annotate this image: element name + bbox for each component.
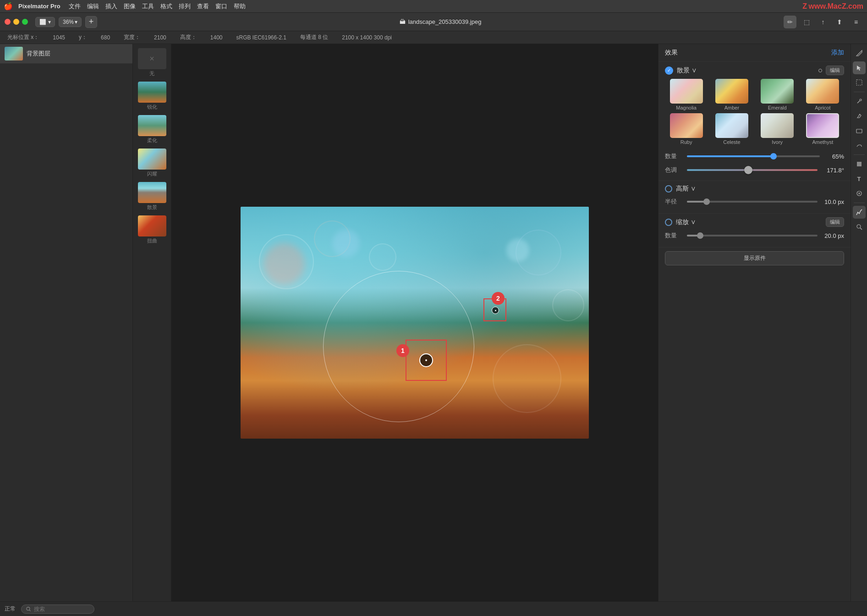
bokeh-amount-thumb[interactable] [770,153,777,160]
search-bar[interactable] [21,605,94,614]
bokeh-preset-ruby[interactable]: Ruby [665,113,708,145]
zoom-amount-slider[interactable] [687,235,818,236]
bokeh-preset-ivory[interactable]: Ivory [756,113,799,145]
preset-distort[interactable]: 扭曲 [137,214,168,246]
bokeh-tone-row: 色调 171.8° [665,163,844,177]
preset-bokeh[interactable]: 散景 [137,181,168,212]
menu-format[interactable]: 格式 [160,2,172,11]
zoom-edit-button[interactable]: 编辑 [826,217,844,227]
main-area: 背景图层 × 无 锐化 柔化 闪耀 散景 [0,44,867,601]
document-title: 🏔 landscape_205330039.jpeg [101,18,780,25]
menu-tools[interactable]: 工具 [142,2,154,11]
sidebar-toggle-button[interactable]: ⬜ ▾ [35,17,55,27]
filename-label: landscape_205330039.jpeg [408,18,482,25]
bokeh-tone-slider[interactable] [687,169,818,171]
paint-tool[interactable] [853,110,866,122]
bokeh-preset-amethyst[interactable]: Amethyst [801,113,844,145]
amber-label: Amber [724,105,739,110]
marquee-tool[interactable] [853,76,866,89]
bokeh-tone-thumb[interactable] [744,166,752,174]
pen-tool[interactable] [853,47,866,60]
bokeh-preset-celeste[interactable]: Celeste [710,113,753,145]
zoom-amount-track [687,235,818,236]
bokeh-preset-amber[interactable]: Amber [710,79,753,110]
gradient-tool[interactable] [853,187,866,200]
menu-window[interactable]: 窗口 [215,2,227,11]
canvas-area[interactable]: 1 2 [171,44,658,601]
erase-tool[interactable] [853,124,866,137]
bokeh-preset-emerald[interactable]: Emerald [756,79,799,110]
handle-2-dot [495,310,496,311]
ruby-thumb-img [670,113,703,138]
menu-file[interactable]: 文件 [69,2,81,11]
menu-image[interactable]: 图像 [124,2,136,11]
gauss-radius-thumb[interactable] [703,198,710,205]
traffic-lights [5,19,28,25]
bokeh-amount-fill [687,155,774,157]
bokeh-amount-slider[interactable] [687,155,820,157]
menu-view[interactable]: 查看 [197,2,209,11]
zoom-arrow[interactable]: ∨ [691,218,696,226]
layer-item[interactable]: 背景图层 [0,44,132,64]
preset-sharpen[interactable]: 锐化 [137,80,168,112]
preset-shine[interactable]: 闪耀 [137,147,168,179]
edit-tool-button[interactable]: ✏ [784,16,796,28]
close-button[interactable] [5,19,11,25]
bokeh-amount-value: 65% [823,153,844,160]
zoom-amount-thumb[interactable] [697,232,703,239]
gauss-radius-slider[interactable] [687,201,818,203]
menu-insert[interactable]: 插入 [105,2,117,11]
effects-add-button[interactable]: 添加 [831,49,844,57]
preset-none[interactable]: × 无 [137,47,168,78]
toolbar-actions: ✏ ⬚ ↑ ⬆ ≡ [784,16,862,28]
bokeh-preset-magnolia[interactable]: Magnolia [665,79,708,110]
layer-thumbnail [5,47,23,60]
bokeh-edit-button[interactable]: 编辑 [826,66,844,75]
gauss-arrow[interactable]: ∨ [691,185,696,192]
content-area: × 无 锐化 柔化 闪耀 散景 扭曲 [133,44,867,601]
preset-soften[interactable]: 柔化 [137,114,168,145]
zoom-check[interactable] [665,219,672,226]
search-input[interactable] [34,606,89,612]
maximize-button[interactable] [22,19,28,25]
eyedrop-tool[interactable] [853,95,866,108]
menu-arrange[interactable]: 排列 [179,2,191,11]
show-layers-button[interactable]: 显示原件 [665,251,844,265]
preset-bokeh-label: 散景 [147,204,157,211]
smudge-tool[interactable] [853,139,866,152]
bokeh-arrow[interactable]: ∨ [691,66,697,74]
apple-menu[interactable]: 🍎 [4,2,13,11]
add-button[interactable]: + [85,16,97,28]
colorspace-value: sRGB IEC61966-2.1 [236,34,286,41]
badge-2: 2 [492,292,505,305]
zoom-value: 36% [63,19,74,25]
menu-help[interactable]: 帮助 [234,2,246,11]
shape-tool[interactable] [853,158,866,170]
cursor-y-value: 680 [101,34,110,41]
zoom-tool[interactable] [853,220,866,233]
app-name[interactable]: Pixelmator Pro [18,3,60,10]
svg-line-10 [29,610,31,611]
effects-tool[interactable] [853,206,866,219]
select-arrow-tool[interactable] [853,61,866,74]
text-tool[interactable]: T [853,172,866,185]
bokeh-check[interactable]: ✓ [665,66,673,75]
preset-distort-thumb [138,215,166,236]
left-thumbs-panel: × 无 锐化 柔化 闪耀 散景 扭曲 [133,44,171,601]
minimize-button[interactable] [13,19,19,25]
zoom-button[interactable]: 36% ▾ [59,17,82,27]
file-icon: 🏔 [400,18,406,25]
menu-edit[interactable]: 编辑 [87,2,99,11]
share-button[interactable]: ⬆ [833,16,846,28]
handle-1-center[interactable] [419,353,433,367]
bokeh-preset-apricot[interactable]: Apricot [801,79,844,110]
resolution-value: 2100 x 1400 300 dpi [342,34,392,41]
gauss-check[interactable] [665,185,672,192]
crop-tool-button[interactable]: ⬚ [800,16,813,28]
preset-none-thumb: × [138,48,166,69]
svg-line-2 [857,101,860,103]
settings-button[interactable]: ≡ [850,16,862,28]
export-button[interactable]: ↑ [817,16,829,28]
handle-2-center[interactable] [492,307,499,314]
bokeh-name: 散景 ∨ [677,66,813,75]
